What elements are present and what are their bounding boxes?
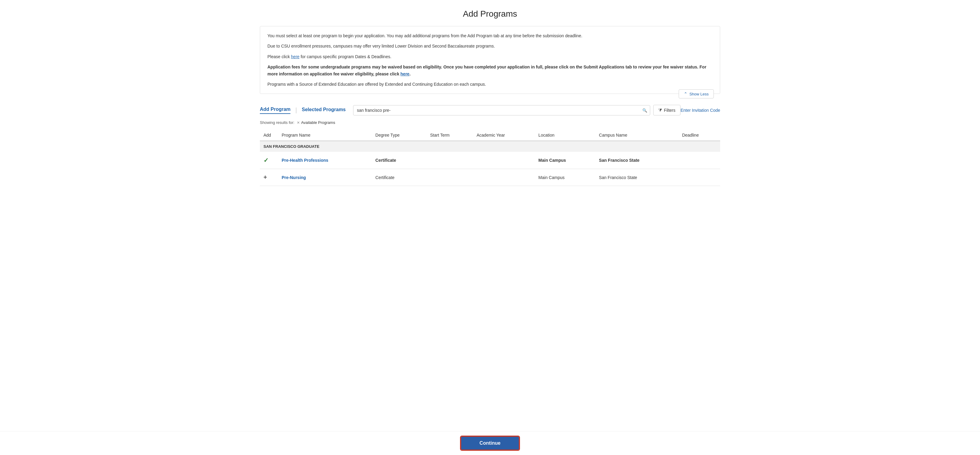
group-header-row: SAN FRANCISCO GRADUATE	[260, 141, 720, 152]
degree-type-cell-1: Certificate	[372, 152, 427, 169]
search-input-wrap	[353, 105, 651, 115]
search-area: Filters	[353, 105, 681, 115]
here-link-1[interactable]: here	[291, 54, 299, 59]
plus-icon[interactable]: +	[264, 174, 267, 181]
search-input[interactable]	[353, 105, 651, 115]
location-cell-2: Main Campus	[535, 169, 595, 186]
check-icon: ✓	[264, 157, 269, 164]
table-row: + Pre-Nursing Certificate Main Campus Sa…	[260, 169, 720, 186]
col-degree-type: Degree Type	[372, 130, 427, 141]
remove-filter-icon: ✕	[297, 121, 300, 125]
program-link-2[interactable]: Pre-Nursing	[282, 175, 306, 180]
col-start-term: Start Term	[426, 130, 473, 141]
campus-name-cell-1: San Francisco State	[595, 152, 678, 169]
col-add: Add	[260, 130, 278, 141]
showing-results-row: Showing results for: ✕ Available Program…	[260, 120, 720, 125]
academic-year-cell-2	[473, 169, 535, 186]
tab-add-program[interactable]: Add Program	[260, 107, 290, 114]
programs-table: Add Program Name Degree Type Start Term …	[260, 130, 720, 186]
info-line4: Application fees for some undergraduate …	[267, 64, 713, 77]
start-term-cell-2	[426, 169, 473, 186]
info-line2: Due to CSU enrollment pressures, campuse…	[267, 43, 713, 49]
tab-selected-programs[interactable]: Selected Programs	[302, 107, 346, 114]
page-title: Add Programs	[260, 9, 720, 19]
start-term-cell-1	[426, 152, 473, 169]
search-icon	[642, 108, 647, 113]
filter-tag-label: Available Programs	[301, 120, 335, 125]
group-header-label: SAN FRANCISCO GRADUATE	[260, 141, 720, 152]
table-row: ✓ Pre-Health Professions Certificate Mai…	[260, 152, 720, 169]
location-cell-1: Main Campus	[535, 152, 595, 169]
campus-name-cell-2: San Francisco State	[595, 169, 678, 186]
filters-button[interactable]: Filters	[653, 105, 681, 115]
add-cell-2[interactable]: +	[260, 169, 278, 186]
program-name-cell-1: Pre-Health Professions	[278, 152, 372, 169]
academic-year-cell-1	[473, 152, 535, 169]
deadline-cell-1	[678, 152, 720, 169]
col-academic-year: Academic Year	[473, 130, 535, 141]
info-section: You must select at least one program to …	[260, 26, 720, 94]
available-programs-filter-tag[interactable]: ✕ Available Programs	[297, 120, 335, 125]
col-program-name: Program Name	[278, 130, 372, 141]
program-name-cell-2: Pre-Nursing	[278, 169, 372, 186]
tabs-search-row: Add Program | Selected Programs Filters …	[260, 105, 720, 115]
tab-divider: |	[295, 107, 297, 114]
info-line5: Programs with a Source of Extended Educa…	[267, 81, 713, 88]
showing-label: Showing results for:	[260, 120, 294, 125]
col-campus-name: Campus Name	[595, 130, 678, 141]
col-deadline: Deadline	[678, 130, 720, 141]
table-header-row: Add Program Name Degree Type Start Term …	[260, 130, 720, 141]
add-cell-1[interactable]: ✓	[260, 152, 278, 169]
enter-invitation-code-link[interactable]: Enter Invitation Code	[681, 108, 720, 113]
filter-icon	[659, 108, 662, 113]
here-link-2[interactable]: here	[400, 72, 409, 76]
chevron-up-icon	[684, 91, 687, 96]
degree-type-cell-2: Certificate	[372, 169, 427, 186]
deadline-cell-2	[678, 169, 720, 186]
program-link-1[interactable]: Pre-Health Professions	[282, 158, 328, 163]
col-location: Location	[535, 130, 595, 141]
show-less-button[interactable]: Show Less	[679, 89, 714, 99]
info-line1: You must select at least one program to …	[267, 32, 713, 39]
search-icon-button[interactable]	[642, 108, 647, 113]
info-line3: Please click here for campus specific pr…	[267, 53, 713, 60]
